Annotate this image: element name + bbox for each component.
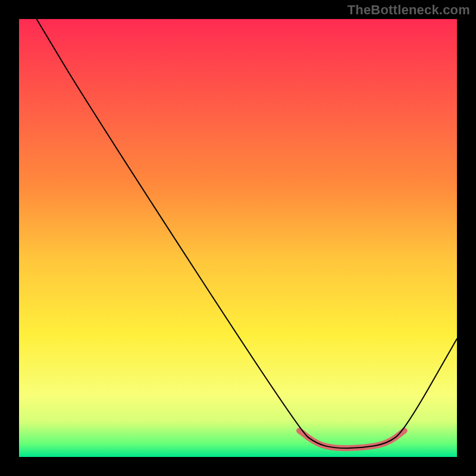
data-lines <box>19 19 457 457</box>
bottleneck-curve <box>36 19 457 448</box>
watermark-text: TheBottleneck.com <box>347 2 470 18</box>
optimal-range-highlight <box>299 431 405 448</box>
plot-area <box>19 19 457 457</box>
chart-container: TheBottleneck.com <box>0 0 476 476</box>
plot-frame <box>18 18 458 458</box>
